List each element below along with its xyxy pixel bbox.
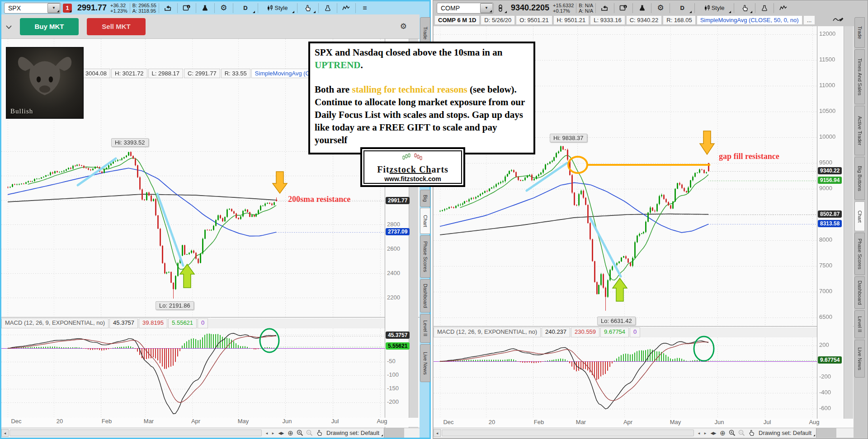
macd-name[interactable]: MACD (12, 26, 9, EXPONENTIAL, no) (434, 327, 541, 337)
timeframe-button[interactable]: D (672, 3, 692, 14)
step-right-button[interactable]: ▸ (702, 430, 708, 436)
sidebar-tab-active-trader[interactable]: Active Trader (854, 106, 865, 155)
scroll-left-button[interactable]: ◂ (434, 429, 441, 437)
sidebar-tab-chart[interactable]: Chart (854, 201, 865, 231)
collapse-chevron-icon[interactable] (6, 23, 12, 31)
step-left-button[interactable]: ◂ (264, 430, 270, 436)
crosshair-icon[interactable]: ⊕ (718, 429, 727, 437)
active-drawing-tool-icon[interactable] (832, 15, 844, 26)
macd-study-header: MACD (12, 26, 9, EXPONENTIAL, no) 240.23… (434, 327, 817, 337)
month-label: Aug (372, 418, 392, 425)
step-left-button[interactable]: ◂ (696, 430, 702, 436)
sidebar-tab-level2[interactable]: Level II (420, 314, 430, 343)
vertical-scrollbar[interactable] (844, 26, 853, 438)
zoom-out-icon[interactable] (305, 429, 314, 437)
sidebar-tab-phase-scores[interactable]: Phase Scores (420, 235, 430, 278)
sidebar-tab-big[interactable]: Big (420, 190, 430, 207)
axis-tick: -200 (819, 373, 831, 380)
macd-zero-value: 0 (630, 327, 640, 337)
month-label: Dec (6, 418, 26, 425)
time-axis[interactable]: Dec 20 Feb Mar Apr May Jun Jul Aug (1, 418, 420, 427)
menu-icon[interactable]: ≡ (358, 3, 372, 14)
drawing-set-selector[interactable]: Drawing set: Default (324, 430, 384, 436)
sidebar-tab-level2[interactable]: Level II (854, 310, 865, 338)
sidebar-tab-live-news[interactable]: Live News (854, 340, 865, 378)
zoom-in-icon[interactable] (727, 429, 737, 437)
fitzstock-logo: Fitzstock Charts www.fitzstock.com (360, 147, 465, 187)
style-button[interactable]: Style (697, 3, 731, 14)
drawing-set-selector[interactable]: Drawing set: Default (756, 430, 816, 436)
symbol-selector[interactable]: SPX ▼ (4, 3, 61, 14)
pan-hand-icon[interactable] (746, 429, 756, 437)
ohlc-low: L: 9333.16 (590, 15, 625, 25)
axis-tick: 10000 (819, 133, 835, 140)
drawing-tools-button[interactable] (736, 3, 753, 14)
note-paragraph: SPX and Nasdaq closed above the 10sma in… (315, 46, 529, 71)
drawing-tools-button[interactable] (300, 3, 316, 14)
symbol-dropdown-button[interactable]: ▼ (47, 3, 60, 13)
lo-label: Lo: 2191.86 (156, 301, 194, 310)
symbol-input[interactable]: SPX (5, 5, 47, 12)
gear-icon[interactable]: ⚙ (217, 3, 231, 14)
macd-hist-bubble: 5.55621 (386, 342, 410, 350)
resistance-annotation: gap fill resistance (719, 152, 779, 161)
timeframe-button[interactable]: D (236, 3, 255, 14)
sell-mkt-button[interactable]: Sell MKT (87, 18, 146, 35)
axis-tick: -400 (819, 389, 831, 396)
divider (214, 3, 215, 13)
scrollbar-thumb[interactable] (9, 430, 262, 436)
macd-hist-value: 5.55621 (168, 318, 197, 328)
step-right-button[interactable]: ▸ (270, 430, 276, 436)
file-info-icon[interactable] (180, 3, 193, 14)
buy-mkt-button[interactable]: Buy MKT (20, 18, 79, 35)
note-paragraph: Both are stalling for technical reasons … (315, 83, 529, 146)
ohlc-symbol: COMP 6 M 1D (434, 15, 480, 25)
time-axis[interactable]: Dec 20 Feb Mar Apr May Jun Jul Aug (434, 419, 854, 428)
scrollbar-thumb[interactable] (442, 430, 694, 436)
style-button[interactable]: Style (260, 3, 295, 14)
share-icon[interactable] (161, 3, 175, 14)
studies-flask-icon[interactable] (321, 3, 335, 14)
sma50-bubble: 8313.58 (818, 220, 842, 227)
axis-tick: -100 (387, 371, 399, 378)
scroll-left-button[interactable]: ◂ (1, 429, 9, 437)
pattern-icon[interactable] (776, 3, 790, 14)
symbol-dropdown-button[interactable]: ▼ (480, 3, 493, 13)
zoom-out-icon[interactable] (737, 429, 746, 437)
crosshair-icon[interactable]: ⊕ (286, 429, 295, 437)
sma-study-label[interactable]: SimpleMovingAvg (CLOSE, 50, 0, no) (697, 15, 802, 25)
macd-bubble: 45.3757 (386, 332, 410, 339)
hi-label: Hi: 3393.52 (111, 138, 149, 147)
ohlc-ellipsis[interactable]: ... (803, 15, 816, 25)
sidebar-tab-times-and-sales[interactable]: Times And Sales (854, 49, 865, 104)
sidebar-tab-big-buttons[interactable]: Big Buttons (854, 157, 865, 200)
fit-width-icon[interactable]: ◀▶ (276, 429, 286, 437)
file-info-icon[interactable] (617, 3, 630, 14)
trade-settings-gear-icon[interactable]: ⚙ (400, 22, 407, 31)
sidebar-tab-chart[interactable]: Chart (420, 208, 430, 234)
share-icon[interactable] (598, 3, 612, 14)
sidebar-tab-dashboard[interactable]: Dashboard (420, 279, 430, 313)
sma10-bubble: 9156.94 (818, 177, 842, 184)
flask-icon[interactable] (198, 3, 212, 14)
fit-width-icon[interactable]: ◀▶ (708, 429, 718, 437)
sma-study-label[interactable]: SimpleMovingAvg (C (251, 69, 313, 78)
macd-value: 240.237 (542, 327, 570, 337)
gear-icon[interactable]: ⚙ (654, 3, 667, 14)
axis-tick: 2600 (387, 245, 400, 252)
studies-flask-icon[interactable] (758, 3, 771, 14)
symbol-input[interactable]: COMP (437, 5, 480, 12)
link-channel-badge[interactable]: 1 (63, 4, 72, 13)
zoom-in-icon[interactable] (295, 429, 305, 437)
symbol-selector[interactable]: COMP ▼ (437, 3, 494, 14)
link-icon[interactable] (494, 3, 507, 14)
sidebar-tab-trade[interactable]: Trade (854, 17, 865, 48)
sidebar-tab-dashboard[interactable]: Dashboard (854, 276, 865, 309)
macd-name[interactable]: MACD (12, 26, 9, EXPONENTIAL, no) (1, 318, 108, 328)
lo-label: Lo: 6631.42 (597, 317, 636, 325)
sidebar-tab-live-news[interactable]: Live News (420, 344, 430, 382)
pan-hand-icon[interactable] (314, 429, 324, 437)
pattern-icon[interactable] (340, 3, 353, 14)
flask-icon[interactable] (635, 3, 649, 14)
sidebar-tab-phase-scores[interactable]: Phase Scores (854, 233, 865, 275)
